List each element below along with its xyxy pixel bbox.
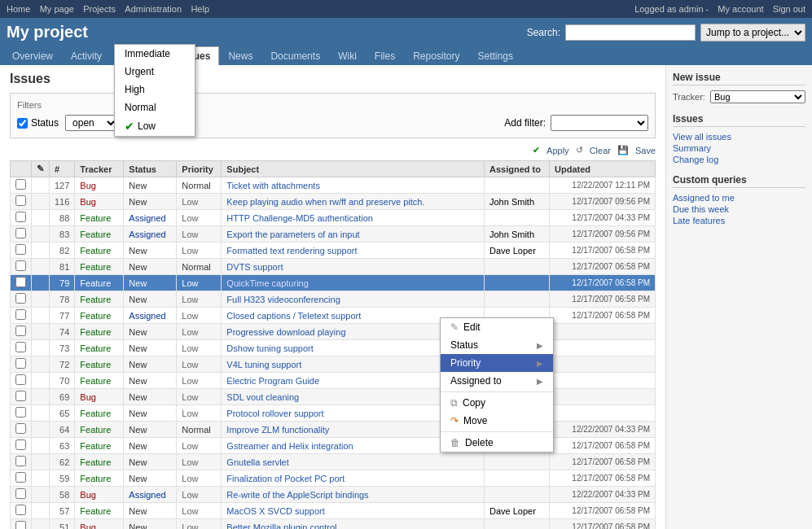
sort-icon[interactable]: ✎ [37,164,44,173]
row-subject-link[interactable]: Improve ZLM functionality [226,425,329,435]
priority-urgent[interactable]: Urgent [115,63,195,81]
tracker-select[interactable]: BugFeatureSupport [710,90,805,103]
context-menu: ✎ Edit Status Priority Assigned to ⧉ Cop… [440,317,554,452]
tab-activity[interactable]: Activity [62,46,111,65]
ctx-priority[interactable]: Priority [441,354,553,372]
jump-to-project-select[interactable]: Jump to a project... [700,24,805,42]
row-subject-link[interactable]: Keep playing audio when rw/ff and preser… [226,197,424,207]
sign-out-link[interactable]: Sign out [773,4,805,14]
search-input[interactable] [565,24,696,41]
nav-help[interactable]: Help [191,4,209,14]
ctx-delete[interactable]: 🗑 Delete [441,434,553,452]
tab-repository[interactable]: Repository [404,46,468,65]
table-row: 82 Feature New Low Formatted text render… [11,243,656,259]
ctx-assigned-to[interactable]: Assigned to [441,372,553,390]
row-checkbox[interactable] [15,358,26,369]
tab-settings[interactable]: Settings [469,46,522,65]
row-checkbox[interactable] [15,260,26,271]
row-checkbox-cell [11,454,32,470]
row-checkbox[interactable] [15,326,26,336]
th-priority[interactable]: Priority [177,161,222,177]
row-subject-link[interactable]: Progressive download playing [226,327,345,337]
th-updated[interactable]: Updated [550,161,656,177]
row-subject-link[interactable]: Re-write of the AppleScript bindings [226,490,368,500]
row-subject-link[interactable]: QuickTime capturing [226,278,308,288]
priority-low[interactable]: ✔ Low [115,116,195,136]
row-subject-link[interactable]: Protocol rollover support [226,409,323,418]
row-checkbox[interactable] [15,488,26,499]
tab-documents[interactable]: Documents [261,46,329,65]
issues-tbody: 127 Bug New Normal Ticket with attachmen… [11,177,656,530]
th-id[interactable]: # [50,161,75,177]
row-subject-link[interactable]: DVTS support [226,262,283,272]
status-filter-select[interactable]: openclosedany [65,115,118,131]
row-subject-link[interactable]: Finalization of Pocket PC port [226,474,345,483]
row-subject-link[interactable]: Export the parameters of an input [226,230,359,239]
row-checkbox[interactable] [15,228,26,238]
row-subject-link[interactable]: Dshow tuning support [226,343,313,353]
priority-high[interactable]: High [115,81,195,98]
row-checkbox[interactable] [15,195,26,206]
ctx-edit[interactable]: ✎ Edit [441,318,553,336]
nav-administration[interactable]: Administration [125,4,182,14]
row-subject-link[interactable]: HTTP Challenge-MD5 authentication [226,213,373,223]
priority-immediate[interactable]: Immediate [115,45,195,63]
add-filter-select[interactable] [551,115,648,131]
row-checkbox[interactable] [15,342,26,352]
th-assigned[interactable]: Assigned to [485,161,550,177]
row-subject-link[interactable]: Ticket with attachments [226,181,320,190]
row-subject-link[interactable]: V4L tuning support [226,360,301,369]
assigned-to-me-link[interactable]: Assigned to me [673,193,805,203]
changelog-link[interactable]: Change log [673,155,805,164]
nav-mypage[interactable]: My page [40,4,74,14]
save-button[interactable]: Save [635,146,656,155]
th-subject[interactable]: Subject [222,161,485,177]
row-subject-link[interactable]: Full H323 videoconferencing [226,295,340,304]
row-checkbox[interactable] [15,505,26,515]
row-checkbox[interactable] [15,293,26,304]
row-subject-link[interactable]: Closed captions / Teletext support [226,311,361,321]
row-checkbox[interactable] [15,407,26,418]
row-checkbox[interactable] [15,212,26,222]
row-checkbox[interactable] [15,277,26,287]
row-checkbox[interactable] [15,179,26,190]
row-subject-link[interactable]: Electric Program Guide [226,376,319,386]
tab-overview[interactable]: Overview [3,46,62,65]
row-subject-link[interactable]: SDL vout cleaning [226,392,299,402]
th-tracker[interactable]: Tracker [75,161,124,177]
status-checkbox[interactable] [17,118,28,129]
priority-normal[interactable]: Normal [115,98,195,116]
clear-button[interactable]: Clear [590,146,611,155]
row-checkbox[interactable] [15,374,26,385]
row-checkbox[interactable] [15,439,26,450]
ctx-status[interactable]: Status [441,336,553,354]
row-priority: Low [177,291,222,308]
row-checkbox[interactable] [15,521,26,529]
row-subject-link[interactable]: Better Mozilla plugin control [226,522,336,530]
ctx-copy[interactable]: ⧉ Copy [441,394,553,412]
due-this-week-link[interactable]: Due this week [673,204,805,214]
view-all-issues-link[interactable]: View all issues [673,132,805,142]
row-checkbox[interactable] [15,423,26,434]
row-checkbox[interactable] [15,309,26,320]
row-checkbox[interactable] [15,244,26,255]
summary-link[interactable]: Summary [673,143,805,153]
apply-button[interactable]: Apply [546,146,569,155]
nav-projects[interactable]: Projects [83,4,116,14]
row-subject-link[interactable]: MacOS X SVCD support [226,506,324,516]
tab-wiki[interactable]: Wiki [329,46,366,65]
row-checkbox[interactable] [15,472,26,483]
row-subject-link[interactable]: Formatted text rendering support [226,246,357,256]
row-updated: 12/17/2007 06:58 PM [550,454,656,470]
th-status[interactable]: Status [124,161,177,177]
tab-news[interactable]: News [219,46,261,65]
tab-files[interactable]: Files [366,46,404,65]
late-features-link[interactable]: Late features [673,216,805,225]
nav-home[interactable]: Home [7,4,30,14]
ctx-move[interactable]: ↷ Move [441,412,553,430]
row-checkbox[interactable] [15,456,26,466]
row-checkbox[interactable] [15,391,26,401]
my-account-link[interactable]: My account [718,4,763,14]
row-subject-link[interactable]: Gnutella servlet [226,457,288,467]
row-subject-link[interactable]: Gstreamer and Helix integration [226,441,353,451]
